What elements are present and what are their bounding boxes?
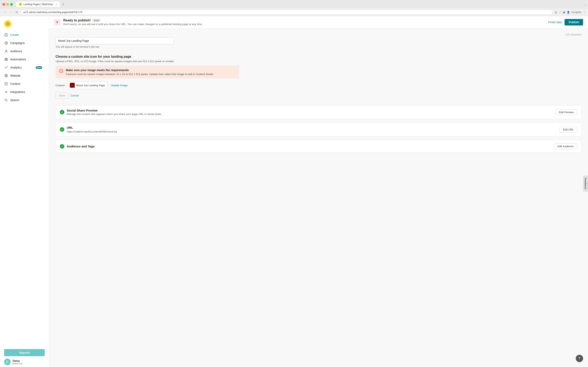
chevron-down-icon: › (44, 58, 45, 60)
chevron-down-icon: › (44, 67, 45, 69)
sidebar-item-automations[interactable]: Automations › (0, 55, 49, 63)
tab-title: Landing Pages | Mailchimp (24, 3, 53, 6)
url-header: ✓ URL https://mailchi.mp/91c1edc4e558/mo… (56, 123, 581, 136)
back-btn[interactable]: ← (2, 10, 7, 15)
app-container: 🐵 Create Campaigns › (0, 16, 588, 367)
social-share-card: ✓ Social Share Preview Manage the conten… (56, 105, 581, 119)
chevron-down-icon: › (44, 91, 45, 93)
svg-point-1 (6, 50, 7, 51)
sidebar-bottom: Upgrade D Daisy Mood Joy (0, 346, 49, 367)
sidebar-item-search[interactable]: Search (0, 96, 49, 104)
chevron-down-icon: ⌄ (584, 3, 586, 6)
profile-icon: 👤 (567, 11, 570, 14)
help-button[interactable]: ? (576, 355, 583, 362)
buttons-row: Save Cancel (56, 92, 581, 99)
banner-text: Ready to publish! Draft Don't worry, no … (63, 18, 545, 26)
top-banner: ♥ Ready to publish! Draft Don't worry, n… (49, 16, 588, 28)
integrations-icon (4, 90, 8, 94)
check-circle-icon: ✓ (60, 110, 64, 114)
sidebar-item-website-label: Website (10, 74, 42, 77)
svg-rect-7 (5, 83, 7, 85)
publish-button[interactable]: Publish (564, 19, 583, 25)
incognito-label: Incognito (571, 11, 581, 14)
sidebar-item-audience[interactable]: Audience › (0, 47, 49, 55)
feedback-tab[interactable]: Feedback (583, 175, 588, 192)
svg-rect-4 (5, 59, 6, 60)
svg-rect-5 (6, 59, 7, 60)
bookmark-icon: ☆ (559, 11, 561, 14)
analytics-icon (4, 66, 8, 69)
warning-title: Make sure your image meets the requireme… (66, 68, 213, 72)
url-check-icon: ✓ (60, 127, 64, 132)
mailchimp-logo: 🐵 (4, 20, 11, 27)
sidebar-item-create[interactable]: Create (0, 31, 49, 39)
audience-card: ✓ Audience and Tags Edit Audience (56, 140, 581, 153)
social-share-text: Social Share Preview Manage the content … (67, 109, 162, 116)
maximize-dot[interactable] (10, 3, 13, 6)
save-button[interactable]: Save (56, 92, 69, 99)
forward-btn[interactable]: → (9, 10, 13, 15)
chevron-down-icon: › (44, 75, 45, 77)
banner-heart-icon: ♥ (54, 19, 61, 25)
audience-header: ✓ Audience and Tags Edit Audience (56, 140, 581, 152)
sidebar-item-audience-label: Audience (10, 50, 42, 53)
svg-point-8 (6, 92, 7, 92)
site-icon-title: Choose a custom site icon for your landi… (56, 55, 581, 58)
draft-badge: Draft (92, 19, 100, 22)
url-title: URL (67, 126, 117, 129)
upgrade-button[interactable]: Upgrade (4, 349, 45, 356)
url-value: https://mailchi.mp/91c1edc4e558/mood-joy (67, 130, 117, 133)
edit-audience-button[interactable]: Edit Audience (554, 143, 577, 149)
sidebar-item-create-label: Create (10, 33, 45, 36)
sidebar-item-analytics[interactable]: Analytics New › (0, 63, 49, 72)
cancel-link[interactable]: Cancel (71, 94, 79, 97)
analytics-new-badge: New (36, 66, 42, 69)
chevron-down-icon: › (44, 50, 45, 52)
new-tab-btn[interactable]: + (62, 2, 64, 6)
automations-icon (4, 57, 8, 61)
user-subtext: Mood Joy (13, 362, 22, 365)
svg-rect-3 (6, 58, 7, 59)
audience-icon (4, 49, 8, 53)
sidebar-item-search-label: Search (10, 99, 45, 102)
sidebar-item-campaigns[interactable]: Campaigns › (0, 39, 49, 47)
address-bar[interactable] (20, 10, 553, 15)
social-share-title: Social Share Preview (67, 109, 162, 112)
tab-close-btn[interactable]: × (56, 3, 57, 6)
chevron-down-icon: › (44, 42, 45, 44)
social-share-left: ✓ Social Share Preview Manage the conten… (60, 109, 162, 116)
banner-description: Don't worry, no one will see it until yo… (63, 23, 545, 26)
sidebar: 🐵 Create Campaigns › (0, 16, 49, 367)
warning-icon: 🚫 (59, 69, 63, 73)
sidebar-item-website[interactable]: Website › (0, 72, 49, 80)
page-title-input[interactable] (56, 37, 174, 44)
minimize-dot[interactable] (6, 3, 9, 6)
sidebar-item-content-label: Content (10, 82, 42, 85)
audience-text-block: Audience and Tags (67, 145, 95, 148)
logo-icon: 🐵 (6, 22, 10, 26)
edit-url-button[interactable]: Edit URL (560, 127, 577, 133)
page-title-section: 129 characters This will appear in the b… (56, 33, 581, 48)
edit-preview-button[interactable]: Edit Preview (555, 109, 577, 115)
content-icon (4, 82, 8, 86)
sidebar-item-campaigns-label: Campaigns (10, 42, 42, 45)
sidebar-item-integrations[interactable]: Integrations › (0, 88, 49, 96)
url-text-block: URL https://mailchi.mp/91c1edc4e558/mood… (67, 126, 117, 133)
close-dot[interactable] (2, 3, 5, 6)
sidebar-nav: Create Campaigns › Audience › (0, 31, 49, 346)
image-selector: Custom ▪ Mood Joy Landing Page Update Im… (56, 81, 581, 89)
browser-tab[interactable]: M Landing Pages | Mailchimp × (16, 2, 60, 7)
search-icon (4, 98, 8, 102)
social-share-header: ✓ Social Share Preview Manage the conten… (56, 105, 581, 119)
audience-check-icon: ✓ (60, 144, 64, 149)
content-scroll: 129 characters This will appear in the b… (49, 28, 588, 367)
sidebar-item-analytics-label: Analytics (10, 66, 34, 69)
refresh-btn[interactable]: ↻ (15, 10, 19, 15)
social-share-desc: Manage the content that appears when you… (67, 113, 162, 116)
browser-titlebar: M Landing Pages | Mailchimp × + ⌄ (0, 0, 588, 8)
sidebar-item-content[interactable]: Content › (0, 80, 49, 88)
banner-actions: Finish later Publish (548, 19, 583, 25)
update-image-link[interactable]: Update Image (111, 84, 128, 87)
finish-later-button[interactable]: Finish later (548, 21, 562, 24)
cast-icon: 📡 (554, 11, 557, 14)
